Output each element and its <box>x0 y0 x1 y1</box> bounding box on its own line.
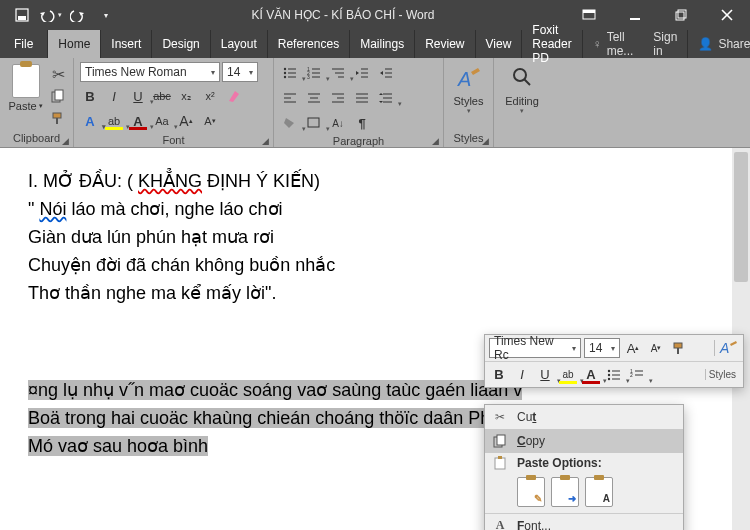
mini-numbering[interactable]: 12 <box>627 365 647 385</box>
tab-foxit[interactable]: Foxit Reader PD <box>522 30 582 58</box>
close-icon[interactable] <box>704 0 750 30</box>
tab-view[interactable]: View <box>476 30 523 58</box>
mini-font-color[interactable]: A <box>581 365 601 385</box>
qat-customize-icon[interactable]: ▾ <box>92 0 120 30</box>
ctx-font[interactable]: A Font... <box>485 513 683 530</box>
mini-bullets[interactable] <box>604 365 624 385</box>
svg-rect-11 <box>53 113 61 118</box>
tell-me[interactable]: ♀Tell me... <box>583 30 644 58</box>
mini-grow-font[interactable]: A▴ <box>623 338 643 358</box>
styles-button[interactable]: A Styles ▾ <box>448 62 490 119</box>
svg-rect-54 <box>677 348 679 354</box>
subscript-button[interactable]: x₂ <box>176 86 196 106</box>
tab-insert[interactable]: Insert <box>101 30 152 58</box>
ctx-cut[interactable]: ✂ Cut <box>485 405 683 429</box>
paste-button[interactable]: Paste▾ <box>6 62 45 112</box>
ctx-paste-options-header: Paste Options: <box>485 453 683 473</box>
copy-icon[interactable] <box>49 88 67 104</box>
clipboard-launcher-icon[interactable]: ◢ <box>62 136 69 146</box>
restore-icon[interactable] <box>658 0 704 30</box>
window-title: KÍ VĂN HỌC - KÍ BÁO CHÍ - Word <box>120 8 566 22</box>
bold-button[interactable]: B <box>80 86 100 106</box>
font-name-combo[interactable]: Times New Roman▾ <box>80 62 220 82</box>
tab-home[interactable]: Home <box>48 30 101 58</box>
styles-label: Styles <box>454 95 484 107</box>
font-color-button[interactable]: A <box>128 111 148 131</box>
ctx-copy[interactable]: Copy <box>485 429 683 453</box>
tab-layout[interactable]: Layout <box>211 30 268 58</box>
font-size-combo[interactable]: 14▾ <box>222 62 258 82</box>
mini-shrink-font[interactable]: A▾ <box>646 338 666 358</box>
scrollbar-thumb[interactable] <box>734 152 748 282</box>
borders-button[interactable] <box>304 113 324 133</box>
align-center-button[interactable] <box>304 88 324 108</box>
align-right-button[interactable] <box>328 88 348 108</box>
font-dialog-icon: A <box>491 518 509 530</box>
styles-group-label: Styles <box>454 132 484 144</box>
quick-access-toolbar: ▾ ▾ <box>0 0 120 30</box>
mini-font-combo[interactable]: Times New Rc▾ <box>489 338 581 358</box>
undo-icon[interactable]: ▾ <box>36 0 64 30</box>
chevron-down-icon: ▾ <box>207 68 215 77</box>
format-painter-icon[interactable] <box>49 110 67 126</box>
mini-format-painter-icon[interactable] <box>669 338 689 358</box>
styles-launcher-icon[interactable]: ◢ <box>482 136 489 146</box>
shrink-font-button[interactable]: A▾ <box>200 111 220 131</box>
svg-point-56 <box>608 369 610 371</box>
italic-button[interactable]: I <box>104 86 124 106</box>
svg-point-17 <box>284 76 286 78</box>
find-icon <box>511 66 533 94</box>
tell-me-label: Tell me... <box>607 30 634 58</box>
numbering-button[interactable]: 123 <box>304 63 324 83</box>
font-launcher-icon[interactable]: ◢ <box>262 136 269 146</box>
change-case-button[interactable]: Aa <box>152 111 172 131</box>
show-marks-button[interactable]: ¶ <box>352 113 372 133</box>
paragraph-launcher-icon[interactable]: ◢ <box>432 136 439 146</box>
tab-mailings[interactable]: Mailings <box>350 30 415 58</box>
share-button[interactable]: 👤Share <box>687 30 750 58</box>
svg-rect-10 <box>55 90 63 100</box>
sign-in[interactable]: Sign in <box>643 30 687 58</box>
mini-highlight[interactable]: ab <box>558 365 578 385</box>
tab-references[interactable]: References <box>268 30 350 58</box>
tab-file[interactable]: File <box>0 30 48 58</box>
mini-italic[interactable]: I <box>512 365 532 385</box>
increase-indent-button[interactable] <box>376 63 396 83</box>
clear-format-button[interactable] <box>224 86 244 106</box>
tab-review[interactable]: Review <box>415 30 475 58</box>
highlight-button[interactable]: ab <box>104 111 124 131</box>
line-spacing-button[interactable] <box>376 88 396 108</box>
doc-line: Giàn dưa lún phún hạt mưa rơi <box>28 224 722 252</box>
mini-underline[interactable]: U <box>535 365 555 385</box>
tab-design[interactable]: Design <box>152 30 210 58</box>
paste-keep-source-icon[interactable]: ✎ <box>517 477 545 507</box>
cut-icon[interactable]: ✂ <box>49 66 67 82</box>
editing-button[interactable]: Editing ▾ <box>499 62 545 119</box>
sort-button[interactable]: A↓ <box>328 113 348 133</box>
multilevel-button[interactable] <box>328 63 348 83</box>
redo-icon[interactable] <box>64 0 92 30</box>
paste-merge-icon[interactable]: ➜ <box>551 477 579 507</box>
group-font: Times New Roman▾ 14▾ B I U abc x₂ x² A a… <box>74 58 274 147</box>
bullets-button[interactable] <box>280 63 300 83</box>
save-icon[interactable] <box>8 0 36 30</box>
mini-bold[interactable]: B <box>489 365 509 385</box>
decrease-indent-button[interactable] <box>352 63 372 83</box>
justify-button[interactable] <box>352 88 372 108</box>
grow-font-button[interactable]: A▴ <box>176 111 196 131</box>
shading-button[interactable] <box>280 113 300 133</box>
svg-text:2: 2 <box>630 372 633 378</box>
minimize-icon[interactable] <box>612 0 658 30</box>
underline-button[interactable]: U <box>128 86 148 106</box>
chevron-down-icon: ▾ <box>245 68 253 77</box>
ribbon-options-icon[interactable] <box>566 0 612 30</box>
svg-rect-5 <box>676 12 684 20</box>
strike-button[interactable]: abc <box>152 86 172 106</box>
mini-size-combo[interactable]: 14▾ <box>584 338 620 358</box>
mini-styles-button[interactable]: A <box>714 340 739 356</box>
superscript-button[interactable]: x² <box>200 86 220 106</box>
text-effects-button[interactable]: A <box>80 111 100 131</box>
align-left-button[interactable] <box>280 88 300 108</box>
font-size-value: 14 <box>227 65 240 79</box>
paste-text-only-icon[interactable]: A <box>585 477 613 507</box>
